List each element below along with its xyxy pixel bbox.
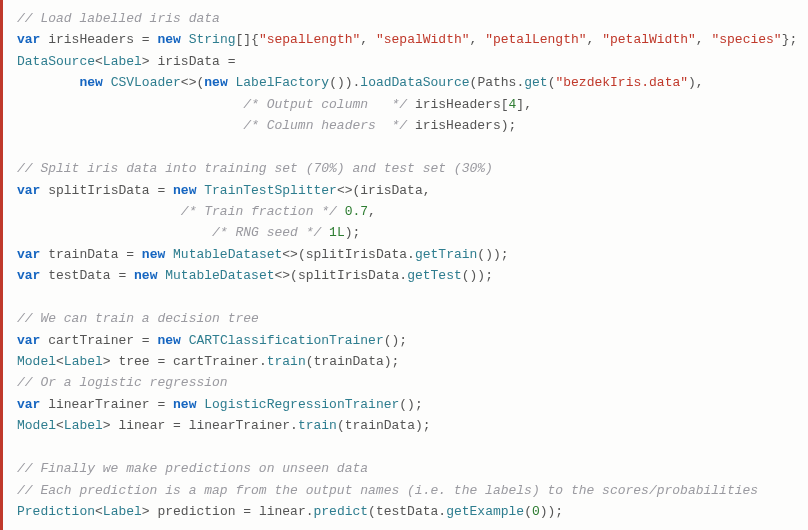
code-line: // Split iris data into training set (70…: [17, 158, 794, 179]
code-line: Model<Label> linear = linearTrainer.trai…: [17, 415, 794, 436]
code-line: var irisHeaders = new String[]{"sepalLen…: [17, 29, 794, 50]
code-line: var linearTrainer = new LogisticRegressi…: [17, 394, 794, 415]
code-line: [17, 437, 794, 458]
code-block: // Load labelled iris datavar irisHeader…: [0, 0, 808, 530]
code-line: var cartTrainer = new CARTClassification…: [17, 330, 794, 351]
code-line: // We can train a decision tree: [17, 308, 794, 329]
code-line: /* RNG seed */ 1L);: [17, 222, 794, 243]
code-line: /* Column headers */ irisHeaders);: [17, 115, 794, 136]
code-line: /* Output column */ irisHeaders[4],: [17, 94, 794, 115]
code-line: DataSource<Label> irisData =: [17, 51, 794, 72]
code-line: [17, 137, 794, 158]
code-line: // Finally we make predictions on unseen…: [17, 458, 794, 479]
code-line: var splitIrisData = new TrainTestSplitte…: [17, 180, 794, 201]
code-line: // Load labelled iris data: [17, 8, 794, 29]
code-line: var testData = new MutableDataset<>(spli…: [17, 265, 794, 286]
code-line: new CSVLoader<>(new LabelFactory()).load…: [17, 72, 794, 93]
code-line: Prediction<Label> prediction = linear.pr…: [17, 501, 794, 522]
code-line: Model<Label> tree = cartTrainer.train(tr…: [17, 351, 794, 372]
code-line: // Or a logistic regression: [17, 372, 794, 393]
code-line: var trainData = new MutableDataset<>(spl…: [17, 244, 794, 265]
code-line: /* Train fraction */ 0.7,: [17, 201, 794, 222]
code-line: // Each prediction is a map from the out…: [17, 480, 794, 501]
code-line: [17, 287, 794, 308]
